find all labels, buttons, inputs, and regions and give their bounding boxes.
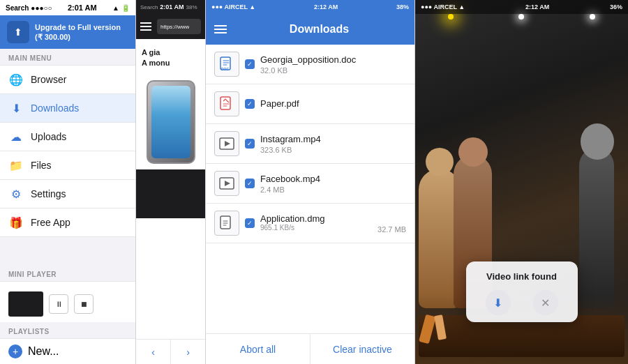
uploads-label: Uploads xyxy=(31,131,66,142)
new-playlist-label: New... xyxy=(28,345,59,358)
phone-screen xyxy=(151,86,190,158)
browser-dark-section xyxy=(136,169,205,218)
sidebar-panel: Search ●●●○○ 2:01 AM ▲ 🔋 ⬆ Upgrade to Fu… xyxy=(0,0,136,364)
browser-carrier: Search xyxy=(140,4,158,10)
d-menu-line1 xyxy=(214,25,227,26)
sidebar-item-free-app[interactable]: 🎁 Free App xyxy=(0,208,135,237)
new-playlist-item[interactable]: + New... xyxy=(0,338,135,364)
facebook-file-name: Facebook.mp4 xyxy=(260,174,406,184)
browser-content: A gia A monu xyxy=(136,39,205,339)
signal-dots: ●●●○○ xyxy=(31,4,52,12)
file-checkbox-doc[interactable] xyxy=(245,59,255,69)
playlists-label: PLAYLISTS xyxy=(0,322,135,338)
doc-file-info: Georgia_opposition.doc 32.0 KB xyxy=(260,54,406,75)
battery-icon: 🔋 xyxy=(121,4,130,12)
photo-battery: 36% xyxy=(610,3,622,10)
pdf-file-icon xyxy=(214,91,239,116)
file-checkbox-facebook[interactable] xyxy=(245,179,255,188)
browser-time: 2:01 AM xyxy=(160,3,184,10)
pause-button[interactable]: ⏸ xyxy=(49,294,68,314)
popup-title: Video link found xyxy=(480,271,564,282)
facebook-file-info: Facebook.mp4 2.4 MB xyxy=(260,174,406,194)
mini-player-controls: ⏸ ⏹ xyxy=(8,291,127,317)
photo-time: 2:12 AM xyxy=(525,3,549,10)
download-item-dmg: Application.dmg 965.1 KB/s 32.7 MB xyxy=(206,204,414,243)
sidebar-item-files[interactable]: 📁 Files xyxy=(0,151,135,180)
downloads-status-bar: ●●● AIRCEL ▲ 2:12 AM 38% xyxy=(206,0,414,14)
svg-text:DOC: DOC xyxy=(221,67,230,71)
file-checkbox-instagram[interactable] xyxy=(245,139,255,149)
downloads-list: DOC Georgia_opposition.doc 32.0 KB Paper… xyxy=(206,45,414,333)
add-playlist-icon: + xyxy=(8,344,22,358)
dmg-file-name: Application.dmg xyxy=(260,213,406,224)
downloads-label: Downloads xyxy=(31,103,79,114)
back-button[interactable]: ‹ xyxy=(136,340,171,364)
photo-panel: ●●● AIRCEL ▲ 2:12 AM 36% Video link foun… xyxy=(415,0,628,364)
downloads-carrier: ●●● AIRCEL ▲ xyxy=(211,3,255,10)
pdf-file-info: Paper.pdf xyxy=(260,98,406,110)
video-link-popup: Video link found ⬇ ✕ xyxy=(466,261,578,322)
svg-rect-7 xyxy=(220,216,230,229)
instagram-file-info: Instagram.mp4 323.6 KB xyxy=(260,134,406,154)
mini-player-content: ⏸ ⏹ xyxy=(0,281,135,322)
close-x-icon: ✕ xyxy=(541,296,550,310)
downloads-panel: ●●● AIRCEL ▲ 2:12 AM 38% Downloads DOC G… xyxy=(206,0,415,364)
upgrade-text: Upgrade to Full version (₹ 300.00) xyxy=(35,22,121,43)
popup-actions: ⬇ ✕ xyxy=(480,290,564,315)
clear-inactive-button[interactable]: Clear inactive xyxy=(311,334,414,364)
flash-light xyxy=(448,14,454,20)
mini-player-section: MINI PLAYER ⏸ ⏹ PLAYLISTS + New... xyxy=(0,265,135,364)
light-2 xyxy=(590,14,595,20)
menu-list: 🌐 Browser ⬇ Downloads ☁ Uploads 📁 Files … xyxy=(0,65,135,237)
sidebar-item-uploads[interactable]: ☁ Uploads xyxy=(0,123,135,151)
url-text: https://www xyxy=(160,24,189,30)
instagram-file-name: Instagram.mp4 xyxy=(260,134,406,144)
time-label: 2:01 AM xyxy=(68,3,97,12)
stop-button[interactable]: ⏹ xyxy=(74,294,94,314)
pdf-file-name: Paper.pdf xyxy=(260,98,406,109)
downloads-menu-button[interactable] xyxy=(214,25,227,33)
dmg-download-speed: 965.1 KB/s xyxy=(260,224,294,234)
forward-icon: › xyxy=(186,347,190,358)
facebook-file-size: 2.4 MB xyxy=(260,185,406,194)
dmg-file-size: 32.7 MB xyxy=(377,225,406,234)
browser-menu-button[interactable] xyxy=(140,22,154,31)
status-bar-panel1: Search ●●●○○ 2:01 AM ▲ 🔋 xyxy=(0,0,135,15)
instagram-file-size: 323.6 KB xyxy=(260,146,406,154)
person-silhouette-3 xyxy=(579,148,614,308)
status-right: ▲ 🔋 xyxy=(112,4,130,12)
sidebar-item-browser[interactable]: 🌐 Browser xyxy=(0,65,135,94)
video-dismiss-button[interactable]: ✕ xyxy=(533,290,558,315)
browser-phone-image xyxy=(147,80,195,164)
menu-line3 xyxy=(140,29,151,31)
download-item-pdf: Paper.pdf xyxy=(206,84,414,124)
browser-label: Browser xyxy=(31,74,66,85)
browser-status-bar: Search 2:01 AM 38% xyxy=(136,0,205,14)
upgrade-banner[interactable]: ⬆ Upgrade to Full version (₹ 300.00) xyxy=(0,15,135,49)
download-item-facebook: Facebook.mp4 2.4 MB xyxy=(206,164,414,204)
file-checkbox-dmg[interactable] xyxy=(245,218,255,228)
settings-icon: ⚙ xyxy=(8,186,24,202)
back-icon: ‹ xyxy=(151,347,155,358)
doc-file-icon: DOC xyxy=(214,52,239,77)
settings-label: Settings xyxy=(31,188,66,199)
mini-player-thumbnail xyxy=(8,291,43,317)
dmg-file-icon xyxy=(214,211,239,236)
dmg-file-info: Application.dmg 965.1 KB/s 32.7 MB xyxy=(260,213,406,234)
downloads-battery: 38% xyxy=(396,3,409,10)
forward-button[interactable]: › xyxy=(171,340,205,364)
url-bar[interactable]: https://www xyxy=(157,19,201,34)
file-checkbox-pdf[interactable] xyxy=(245,99,255,109)
downloads-header: Downloads xyxy=(206,14,414,45)
abort-all-button[interactable]: Abort all xyxy=(206,334,311,364)
doc-file-size: 32.0 KB xyxy=(260,66,406,75)
mini-player-label: MINI PLAYER xyxy=(0,265,135,281)
sidebar-item-settings[interactable]: ⚙ Settings xyxy=(0,180,135,208)
downloads-title: Downloads xyxy=(232,23,406,36)
browser-nav-bar: ‹ › xyxy=(136,339,205,364)
main-menu-section-label: MAIN MENU xyxy=(0,49,135,65)
browser-panel: Search 2:01 AM 38% https://www A gia A m… xyxy=(136,0,206,364)
sidebar-item-downloads[interactable]: ⬇ Downloads xyxy=(0,94,135,123)
video-download-button[interactable]: ⬇ xyxy=(486,290,511,315)
browser-toolbar: https://www xyxy=(136,14,205,39)
